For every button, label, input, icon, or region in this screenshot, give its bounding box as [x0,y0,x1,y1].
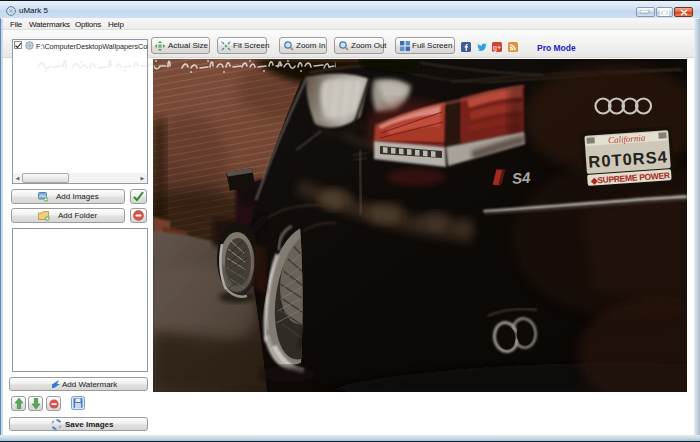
svg-text:g+: g+ [493,44,501,52]
